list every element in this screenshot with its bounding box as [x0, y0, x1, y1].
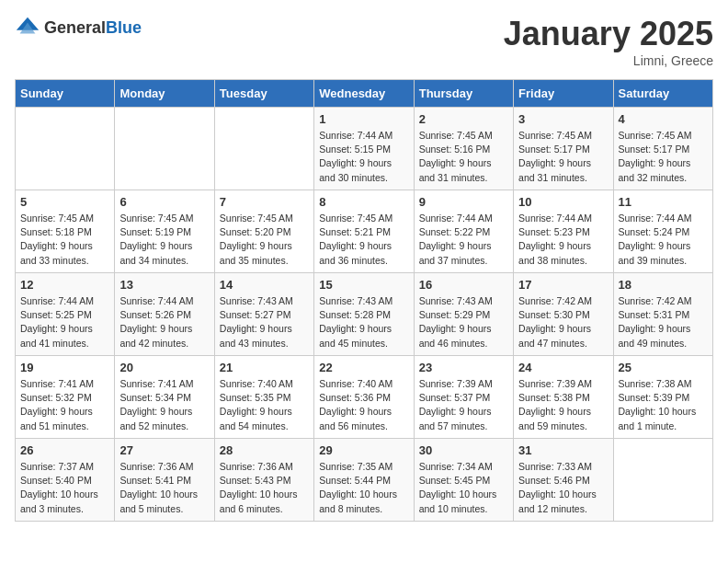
day-number: 14: [220, 278, 309, 292]
day-number: 7: [220, 195, 309, 209]
logo-text-general: General: [44, 18, 106, 37]
header-cell-tuesday: Tuesday: [214, 80, 313, 108]
day-info: Sunrise: 7:37 AMSunset: 5:40 PMDaylight:…: [20, 460, 109, 516]
day-number: 31: [518, 443, 608, 457]
day-cell: 15Sunrise: 7:43 AMSunset: 5:28 PMDayligh…: [314, 273, 414, 356]
day-info: Sunrise: 7:44 AMSunset: 5:25 PMDaylight:…: [20, 294, 109, 350]
day-number: 3: [518, 112, 608, 126]
day-info: Sunrise: 7:45 AMSunset: 5:18 PMDaylight:…: [20, 212, 109, 268]
day-cell: 24Sunrise: 7:39 AMSunset: 5:38 PMDayligh…: [514, 356, 613, 439]
day-cell: 20Sunrise: 7:41 AMSunset: 5:34 PMDayligh…: [115, 356, 214, 439]
calendar-table: SundayMondayTuesdayWednesdayThursdayFrid…: [15, 79, 713, 522]
day-cell: 13Sunrise: 7:44 AMSunset: 5:26 PMDayligh…: [115, 273, 214, 356]
day-cell: 4Sunrise: 7:45 AMSunset: 5:17 PMDaylight…: [613, 108, 712, 190]
day-number: 11: [619, 195, 708, 209]
day-cell: 5Sunrise: 7:45 AMSunset: 5:18 PMDaylight…: [16, 190, 115, 273]
day-cell: 30Sunrise: 7:34 AMSunset: 5:45 PMDayligh…: [414, 439, 513, 522]
day-cell: 14Sunrise: 7:43 AMSunset: 5:27 PMDayligh…: [214, 273, 313, 356]
month-title: January 2025: [504, 15, 713, 53]
week-row-5: 26Sunrise: 7:37 AMSunset: 5:40 PMDayligh…: [16, 439, 713, 522]
day-cell: 29Sunrise: 7:35 AMSunset: 5:44 PMDayligh…: [314, 439, 414, 522]
day-cell: 12Sunrise: 7:44 AMSunset: 5:25 PMDayligh…: [16, 273, 115, 356]
day-cell: 21Sunrise: 7:40 AMSunset: 5:35 PMDayligh…: [214, 356, 313, 439]
logo-icon: [15, 15, 40, 40]
day-info: Sunrise: 7:39 AMSunset: 5:37 PMDaylight:…: [419, 377, 508, 433]
day-info: Sunrise: 7:35 AMSunset: 5:44 PMDaylight:…: [319, 460, 408, 516]
day-cell: 2Sunrise: 7:45 AMSunset: 5:16 PMDaylight…: [414, 108, 513, 190]
page-header: GeneralBlue January 2025 Limni, Greece: [15, 15, 713, 68]
day-number: 20: [119, 361, 209, 374]
day-info: Sunrise: 7:38 AMSunset: 5:39 PMDaylight:…: [619, 377, 708, 433]
day-number: 28: [220, 443, 309, 457]
day-cell: 31Sunrise: 7:33 AMSunset: 5:46 PMDayligh…: [514, 439, 613, 522]
day-number: 27: [119, 443, 209, 457]
day-cell: [16, 108, 115, 190]
header-cell-sunday: Sunday: [16, 80, 115, 108]
day-number: 9: [419, 195, 508, 209]
day-cell: 16Sunrise: 7:43 AMSunset: 5:29 PMDayligh…: [414, 273, 513, 356]
day-number: 8: [319, 195, 408, 209]
day-info: Sunrise: 7:40 AMSunset: 5:35 PMDaylight:…: [220, 377, 309, 433]
day-info: Sunrise: 7:42 AMSunset: 5:31 PMDaylight:…: [619, 294, 708, 350]
day-number: 2: [419, 112, 508, 126]
day-info: Sunrise: 7:45 AMSunset: 5:21 PMDaylight:…: [319, 212, 408, 268]
day-cell: 22Sunrise: 7:40 AMSunset: 5:36 PMDayligh…: [314, 356, 414, 439]
day-cell: 8Sunrise: 7:45 AMSunset: 5:21 PMDaylight…: [314, 190, 414, 273]
title-block: January 2025 Limni, Greece: [504, 15, 713, 68]
day-cell: 18Sunrise: 7:42 AMSunset: 5:31 PMDayligh…: [613, 273, 712, 356]
header-cell-thursday: Thursday: [414, 80, 513, 108]
day-number: 10: [518, 195, 608, 209]
day-cell: 25Sunrise: 7:38 AMSunset: 5:39 PMDayligh…: [613, 356, 712, 439]
day-info: Sunrise: 7:45 AMSunset: 5:17 PMDaylight:…: [518, 129, 608, 185]
day-info: Sunrise: 7:43 AMSunset: 5:29 PMDaylight:…: [419, 294, 508, 350]
header-cell-wednesday: Wednesday: [314, 80, 414, 108]
day-number: 30: [419, 443, 508, 457]
day-info: Sunrise: 7:45 AMSunset: 5:16 PMDaylight:…: [419, 129, 508, 185]
day-number: 26: [20, 443, 109, 457]
day-info: Sunrise: 7:44 AMSunset: 5:23 PMDaylight:…: [518, 212, 608, 268]
day-cell: 7Sunrise: 7:45 AMSunset: 5:20 PMDaylight…: [214, 190, 313, 273]
day-info: Sunrise: 7:44 AMSunset: 5:26 PMDaylight:…: [119, 294, 209, 350]
day-info: Sunrise: 7:45 AMSunset: 5:19 PMDaylight:…: [119, 212, 209, 268]
day-number: 15: [319, 278, 408, 292]
day-info: Sunrise: 7:44 AMSunset: 5:22 PMDaylight:…: [419, 212, 508, 268]
logo: GeneralBlue: [15, 15, 142, 40]
header-cell-friday: Friday: [514, 80, 613, 108]
day-info: Sunrise: 7:44 AMSunset: 5:24 PMDaylight:…: [619, 212, 708, 268]
header-row: SundayMondayTuesdayWednesdayThursdayFrid…: [16, 80, 713, 108]
day-info: Sunrise: 7:42 AMSunset: 5:30 PMDaylight:…: [518, 294, 608, 350]
day-info: Sunrise: 7:34 AMSunset: 5:45 PMDaylight:…: [419, 460, 508, 516]
day-cell: 27Sunrise: 7:36 AMSunset: 5:41 PMDayligh…: [115, 439, 214, 522]
day-number: 23: [419, 361, 508, 374]
day-info: Sunrise: 7:36 AMSunset: 5:43 PMDaylight:…: [220, 460, 309, 516]
day-number: 24: [518, 361, 608, 374]
day-number: 18: [619, 278, 708, 292]
header-cell-saturday: Saturday: [613, 80, 712, 108]
day-info: Sunrise: 7:36 AMSunset: 5:41 PMDaylight:…: [119, 460, 209, 516]
day-number: 19: [20, 361, 109, 374]
day-cell: 28Sunrise: 7:36 AMSunset: 5:43 PMDayligh…: [214, 439, 313, 522]
week-row-4: 19Sunrise: 7:41 AMSunset: 5:32 PMDayligh…: [16, 356, 713, 439]
day-info: Sunrise: 7:41 AMSunset: 5:34 PMDaylight:…: [119, 377, 209, 433]
day-info: Sunrise: 7:41 AMSunset: 5:32 PMDaylight:…: [20, 377, 109, 433]
day-cell: 19Sunrise: 7:41 AMSunset: 5:32 PMDayligh…: [16, 356, 115, 439]
day-cell: [613, 439, 712, 522]
day-cell: 11Sunrise: 7:44 AMSunset: 5:24 PMDayligh…: [613, 190, 712, 273]
day-number: 21: [220, 361, 309, 374]
day-number: 6: [119, 195, 209, 209]
day-info: Sunrise: 7:43 AMSunset: 5:28 PMDaylight:…: [319, 294, 408, 350]
day-number: 22: [319, 361, 408, 374]
day-info: Sunrise: 7:45 AMSunset: 5:17 PMDaylight:…: [619, 129, 708, 185]
header-cell-monday: Monday: [115, 80, 214, 108]
day-info: Sunrise: 7:40 AMSunset: 5:36 PMDaylight:…: [319, 377, 408, 433]
day-number: 1: [319, 112, 408, 126]
day-number: 25: [619, 361, 708, 374]
day-cell: 1Sunrise: 7:44 AMSunset: 5:15 PMDaylight…: [314, 108, 414, 190]
day-cell: [115, 108, 214, 190]
day-info: Sunrise: 7:44 AMSunset: 5:15 PMDaylight:…: [319, 129, 408, 185]
day-info: Sunrise: 7:33 AMSunset: 5:46 PMDaylight:…: [518, 460, 608, 516]
day-info: Sunrise: 7:43 AMSunset: 5:27 PMDaylight:…: [220, 294, 309, 350]
day-cell: 26Sunrise: 7:37 AMSunset: 5:40 PMDayligh…: [16, 439, 115, 522]
day-cell: 3Sunrise: 7:45 AMSunset: 5:17 PMDaylight…: [514, 108, 613, 190]
day-cell: 23Sunrise: 7:39 AMSunset: 5:37 PMDayligh…: [414, 356, 513, 439]
